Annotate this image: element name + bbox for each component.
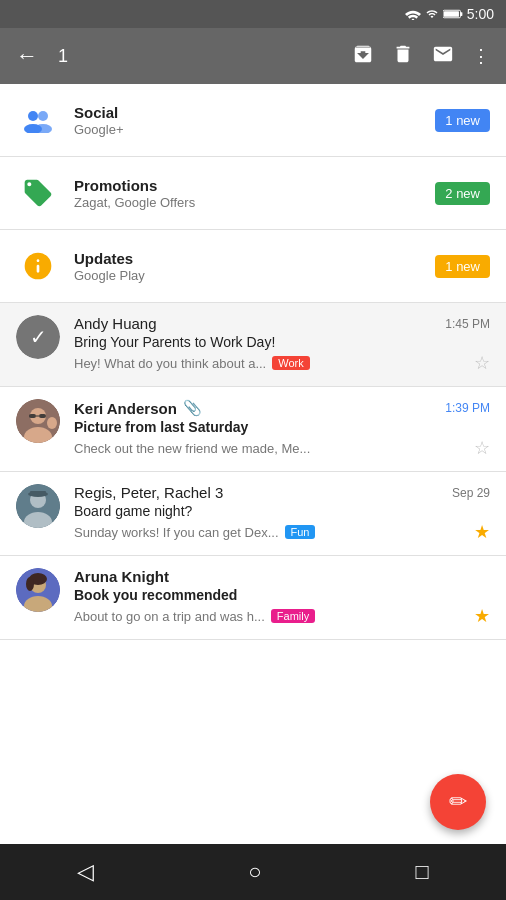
social-name: Social <box>74 104 435 121</box>
promotions-name: Promotions <box>74 177 435 194</box>
more-icon[interactable]: ⋮ <box>472 45 490 67</box>
tag-family-aruna: Family <box>271 609 315 623</box>
signal-icon <box>425 8 439 20</box>
email-time-keri: 1:39 PM <box>445 401 490 415</box>
email-body-keri: Keri Anderson 📎 1:39 PM Picture from las… <box>74 399 490 459</box>
attachment-icon: 📎 <box>183 399 202 417</box>
home-nav-icon[interactable]: ○ <box>248 859 261 885</box>
toolbar-actions: ⋮ <box>352 43 490 70</box>
avatar-regis[interactable] <box>16 484 60 528</box>
email-list: Social Google+ 1 new Promotions Zagat, G… <box>0 84 506 640</box>
email-sender-keri: Keri Anderson <box>74 400 177 417</box>
promotions-badge: 2 new <box>435 182 490 205</box>
email-header-regis: Regis, Peter, Rachel 3 Sep 29 <box>74 484 490 501</box>
back-button[interactable]: ← <box>16 43 38 69</box>
email-body-aruna: Aruna Knight Book you recommended About … <box>74 568 490 627</box>
delete-icon[interactable] <box>392 43 414 70</box>
compose-icon: ✏ <box>449 789 467 815</box>
updates-info-icon <box>22 250 54 282</box>
avatar-aruna[interactable] <box>16 568 60 612</box>
check-icon: ✓ <box>16 315 60 359</box>
email-sender-regis: Regis, Peter, Rachel 3 <box>74 484 223 501</box>
battery-icon <box>443 8 463 20</box>
email-time-regis: Sep 29 <box>452 486 490 500</box>
star-keri[interactable]: ☆ <box>474 437 490 459</box>
recents-nav-icon[interactable]: □ <box>416 859 429 885</box>
email-preview-regis: Sunday works! If you can get Dex... <box>74 525 279 540</box>
regis-avatar-svg <box>16 484 60 528</box>
bottom-nav: ◁ ○ □ <box>0 844 506 900</box>
email-header-andy: Andy Huang 1:45 PM <box>74 315 490 332</box>
avatar-aruna-img <box>16 568 60 612</box>
social-icon <box>16 98 60 142</box>
promotions-icon <box>16 171 60 215</box>
updates-info: Updates Google Play <box>74 250 435 283</box>
keri-avatar-svg <box>16 399 60 443</box>
toolbar: ← 1 ⋮ <box>0 28 506 84</box>
back-nav-icon[interactable]: ◁ <box>77 859 94 885</box>
status-time: 5:00 <box>467 6 494 22</box>
svg-rect-19 <box>30 491 46 496</box>
promo-tag-icon <box>22 177 54 209</box>
social-people-icon <box>22 107 54 133</box>
svg-point-24 <box>26 577 34 591</box>
updates-sub: Google Play <box>74 268 435 283</box>
svg-point-3 <box>28 111 38 121</box>
avatar-andy[interactable]: ✓ <box>16 315 60 359</box>
wifi-icon <box>405 8 421 20</box>
email-row-aruna[interactable]: Aruna Knight Book you recommended About … <box>0 556 506 640</box>
social-sub: Google+ <box>74 122 435 137</box>
avatar-regis-img <box>16 484 60 528</box>
email-preview-line-andy: Hey! What do you think about a... Work ☆ <box>74 352 490 374</box>
email-preview-line-aruna: About to go on a trip and was h... Famil… <box>74 605 490 627</box>
tag-work-andy: Work <box>272 356 309 370</box>
email-body-andy: Andy Huang 1:45 PM Bring Your Parents to… <box>74 315 490 374</box>
svg-rect-11 <box>29 414 36 418</box>
mail-icon[interactable] <box>432 43 454 70</box>
tag-fun-regis: Fun <box>285 525 316 539</box>
category-social[interactable]: Social Google+ 1 new <box>0 84 506 157</box>
email-header-aruna: Aruna Knight <box>74 568 490 585</box>
aruna-avatar-svg <box>16 568 60 612</box>
email-preview-line-regis: Sunday works! If you can get Dex... Fun … <box>74 521 490 543</box>
email-row-regis[interactable]: Regis, Peter, Rachel 3 Sep 29 Board game… <box>0 472 506 556</box>
updates-badge: 1 new <box>435 255 490 278</box>
promotions-info: Promotions Zagat, Google Offers <box>74 177 435 210</box>
category-updates[interactable]: Updates Google Play 1 new <box>0 230 506 303</box>
selected-count: 1 <box>58 46 336 67</box>
email-row-andy[interactable]: ✓ Andy Huang 1:45 PM Bring Your Parents … <box>0 303 506 387</box>
email-sender-andy: Andy Huang <box>74 315 157 332</box>
email-time-andy: 1:45 PM <box>445 317 490 331</box>
avatar-keri[interactable] <box>16 399 60 443</box>
status-bar: 5:00 <box>0 0 506 28</box>
email-subject-keri: Picture from last Saturday <box>74 419 490 435</box>
promotions-sub: Zagat, Google Offers <box>74 195 435 210</box>
updates-icon <box>16 244 60 288</box>
email-body-regis: Regis, Peter, Rachel 3 Sep 29 Board game… <box>74 484 490 543</box>
email-subject-andy: Bring Your Parents to Work Day! <box>74 334 490 350</box>
archive-icon[interactable] <box>352 43 374 70</box>
email-subject-regis: Board game night? <box>74 503 490 519</box>
email-preview-aruna: About to go on a trip and was h... <box>74 609 265 624</box>
email-preview-line-keri: Check out the new friend we made, Me... … <box>74 437 490 459</box>
email-preview-keri: Check out the new friend we made, Me... <box>74 441 310 456</box>
social-badge: 1 new <box>435 109 490 132</box>
compose-fab[interactable]: ✏ <box>430 774 486 830</box>
social-info: Social Google+ <box>74 104 435 137</box>
svg-rect-1 <box>460 12 462 16</box>
avatar-keri-img <box>16 399 60 443</box>
status-icons: 5:00 <box>405 6 494 22</box>
email-header-keri: Keri Anderson 📎 1:39 PM <box>74 399 490 417</box>
svg-rect-2 <box>444 11 459 17</box>
svg-rect-12 <box>39 414 46 418</box>
star-regis[interactable]: ★ <box>474 521 490 543</box>
email-row-keri[interactable]: Keri Anderson 📎 1:39 PM Picture from las… <box>0 387 506 472</box>
svg-point-4 <box>38 111 48 121</box>
category-promotions[interactable]: Promotions Zagat, Google Offers 2 new <box>0 157 506 230</box>
email-subject-aruna: Book you recommended <box>74 587 490 603</box>
svg-point-14 <box>47 417 57 429</box>
star-andy[interactable]: ☆ <box>474 352 490 374</box>
updates-name: Updates <box>74 250 435 267</box>
email-preview-andy: Hey! What do you think about a... <box>74 356 266 371</box>
star-aruna[interactable]: ★ <box>474 605 490 627</box>
